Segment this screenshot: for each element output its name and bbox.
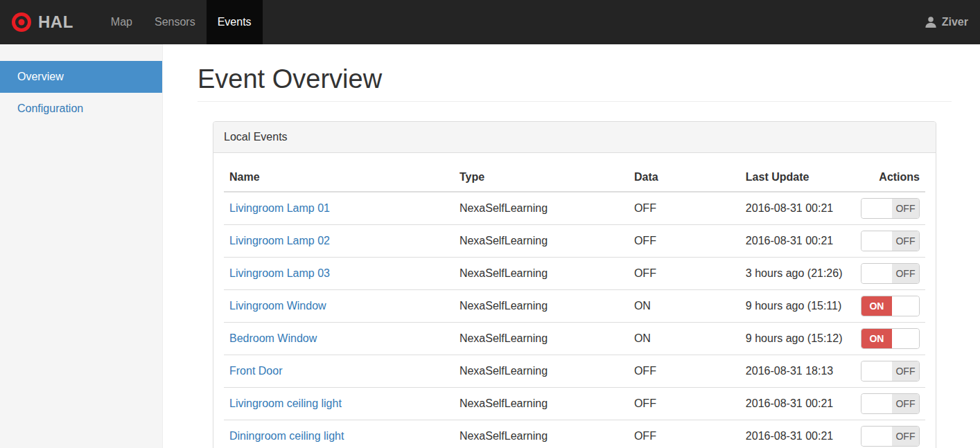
device-type: NexaSelfLearning <box>454 322 629 355</box>
table-row: Front Door NexaSelfLearning OFF 2016-08-… <box>224 355 925 387</box>
switch-off-segment: OFF <box>892 361 919 381</box>
device-switch[interactable]: OFF <box>861 263 920 284</box>
switch-off-segment: OFF <box>892 199 919 218</box>
device-type: NexaSelfLearning <box>454 289 629 322</box>
table-row: Livingroom Lamp 01 NexaSelfLearning OFF … <box>224 192 925 225</box>
switch-off-segment: OFF <box>892 264 919 283</box>
column-header-last-update: Last Update <box>740 163 855 192</box>
device-type: NexaSelfLearning <box>454 192 629 225</box>
device-switch[interactable]: OFF <box>861 198 920 219</box>
table-row: Livingroom Lamp 02 NexaSelfLearning OFF … <box>224 224 925 257</box>
switch-off-segment: OFF <box>892 394 919 413</box>
switch-on-segment: ON <box>861 296 892 316</box>
events-table: Name Type Data Last Update Actions Livin… <box>224 163 925 448</box>
page-layout: Overview Configuration Event Overview Lo… <box>0 44 980 448</box>
device-type: NexaSelfLearning <box>454 387 629 420</box>
device-type: NexaSelfLearning <box>454 224 629 257</box>
device-switch[interactable]: OFF <box>861 393 920 414</box>
device-link[interactable]: Livingroom Lamp 03 <box>229 267 330 279</box>
table-row: Livingroom Lamp 03 NexaSelfLearning OFF … <box>224 257 925 289</box>
main-content: Event Overview Local Events Name Type Da… <box>163 44 980 448</box>
device-link[interactable]: Diningroom ceiling light <box>229 430 344 442</box>
device-link[interactable]: Livingroom Lamp 01 <box>229 202 330 214</box>
device-data: OFF <box>629 224 740 257</box>
column-header-name: Name <box>224 163 454 192</box>
local-events-panel: Local Events Name Type Data Last Update … <box>213 121 936 448</box>
switch-on-segment <box>861 394 892 413</box>
device-type: NexaSelfLearning <box>454 420 629 448</box>
device-switch[interactable]: OFF <box>861 231 920 251</box>
device-switch[interactable]: OFF <box>861 426 920 447</box>
sidebar-item-configuration[interactable]: Configuration <box>0 93 162 125</box>
switch-off-segment: OFF <box>892 427 919 446</box>
brand[interactable]: HAL <box>0 0 85 44</box>
sidebar: Overview Configuration <box>0 44 163 448</box>
switch-on-segment <box>861 264 892 283</box>
switch-off-segment: OFF <box>892 231 919 251</box>
device-last-update: 2016-08-31 00:21 <box>740 192 855 225</box>
bullseye-logo-icon <box>11 12 32 33</box>
nav-item-events[interactable]: Events <box>207 0 263 44</box>
device-last-update: 2016-08-31 00:21 <box>740 420 855 448</box>
switch-on-segment: ON <box>861 329 892 348</box>
device-link[interactable]: Livingroom Lamp 02 <box>229 235 330 247</box>
device-data: OFF <box>629 192 740 225</box>
device-link[interactable]: Livingroom ceiling light <box>229 397 342 409</box>
device-last-update: 2016-08-31 18:13 <box>740 355 855 387</box>
sidebar-item-overview[interactable]: Overview <box>0 61 162 93</box>
device-last-update: 3 hours ago (21:26) <box>740 257 855 289</box>
column-header-actions: Actions <box>855 163 925 192</box>
brand-title: HAL <box>38 12 73 32</box>
device-data: OFF <box>629 387 740 420</box>
nav-item-map[interactable]: Map <box>100 0 143 44</box>
device-switch[interactable]: ON <box>861 296 920 316</box>
device-last-update: 2016-08-31 00:21 <box>740 387 855 420</box>
page-title: Event Overview <box>198 65 952 102</box>
table-body: Livingroom Lamp 01 NexaSelfLearning OFF … <box>224 192 925 448</box>
switch-off-segment <box>892 296 919 316</box>
device-last-update: 2016-08-31 00:21 <box>740 224 855 257</box>
device-link[interactable]: Livingroom Window <box>229 300 326 312</box>
device-type: NexaSelfLearning <box>454 257 629 289</box>
device-data: ON <box>629 289 740 322</box>
table-row: Livingroom ceiling light NexaSelfLearnin… <box>224 387 925 420</box>
switch-off-segment <box>892 329 919 348</box>
navbar-menu: Map Sensors Events <box>100 0 263 44</box>
device-data: ON <box>629 322 740 355</box>
user-icon <box>925 16 937 28</box>
nav-item-sensors[interactable]: Sensors <box>143 0 207 44</box>
table-row: Livingroom Window NexaSelfLearning ON 9 … <box>224 289 925 322</box>
table-header-row: Name Type Data Last Update Actions <box>224 163 925 192</box>
panel-title: Local Events <box>213 122 936 153</box>
device-switch[interactable]: OFF <box>861 361 920 382</box>
switch-on-segment <box>861 199 892 218</box>
device-last-update: 9 hours ago (15:11) <box>740 289 855 322</box>
device-data: OFF <box>629 257 740 289</box>
device-data: OFF <box>629 355 740 387</box>
top-navbar: HAL Map Sensors Events Ziver <box>0 0 980 44</box>
device-data: OFF <box>629 420 740 448</box>
device-switch[interactable]: ON <box>861 328 920 349</box>
device-last-update: 9 hours ago (15:12) <box>740 322 855 355</box>
switch-on-segment <box>861 361 892 381</box>
column-header-data: Data <box>629 163 740 192</box>
switch-on-segment <box>861 231 892 251</box>
table-row: Diningroom ceiling light NexaSelfLearnin… <box>224 420 925 448</box>
panel-body: Name Type Data Last Update Actions Livin… <box>213 153 936 448</box>
username: Ziver <box>942 16 968 28</box>
table-row: Bedroom Window NexaSelfLearning ON 9 hou… <box>224 322 925 355</box>
switch-on-segment <box>861 427 892 446</box>
column-header-type: Type <box>454 163 629 192</box>
device-link[interactable]: Front Door <box>229 365 282 377</box>
user-menu[interactable]: Ziver <box>913 0 980 44</box>
device-type: NexaSelfLearning <box>454 355 629 387</box>
device-link[interactable]: Bedroom Window <box>229 332 317 344</box>
